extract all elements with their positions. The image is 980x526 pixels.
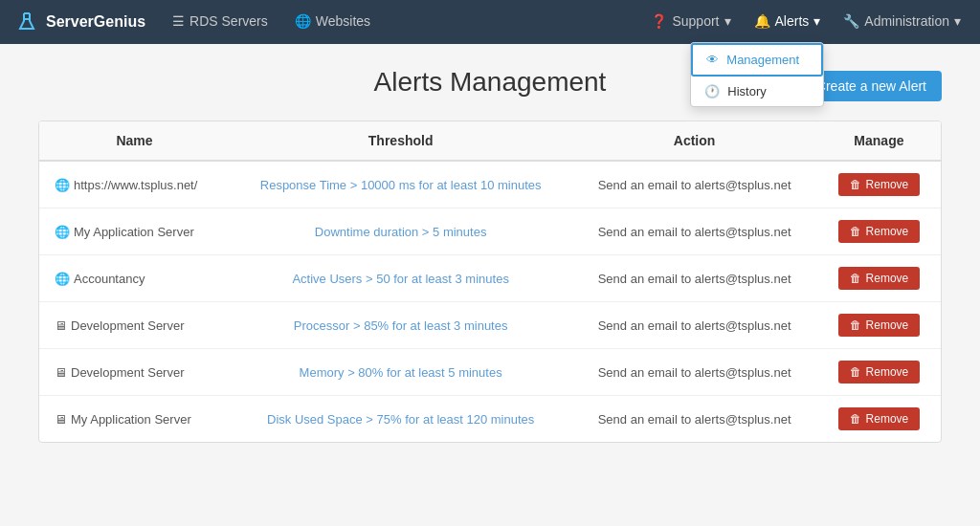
management-dropdown-item[interactable]: 👁 Management xyxy=(691,43,823,77)
administration-nav[interactable]: 🔧 Administration ▾ xyxy=(839,0,965,44)
remove-button[interactable]: 🗑Remove xyxy=(838,407,921,430)
bell-icon: 🔔 xyxy=(754,13,770,29)
table-header: Name Threshold Action Manage xyxy=(39,121,941,161)
alerts-dropdown-menu: 👁 Management 🕐 History xyxy=(690,42,824,107)
table-body: 🌐https://www.tsplus.net/Response Time > … xyxy=(39,161,941,442)
row-name: Development Server xyxy=(71,365,185,380)
remove-label: Remove xyxy=(866,318,909,332)
row-name: Accountancy xyxy=(74,272,145,286)
cell-name: 🌐https://www.tsplus.net/ xyxy=(39,161,230,208)
cell-name: 🖥Development Server xyxy=(39,349,230,396)
table-row: 🌐AccountancyActive Users > 50 for at lea… xyxy=(39,255,941,302)
question-icon: ❓ xyxy=(651,13,667,29)
cell-action: Send an email to alerts@tsplus.net xyxy=(571,302,817,349)
cell-action: Send an email to alerts@tsplus.net xyxy=(571,255,817,302)
col-action: Action xyxy=(571,121,817,161)
remove-button[interactable]: 🗑Remove xyxy=(838,267,921,290)
cell-action: Send an email to alerts@tsplus.net xyxy=(571,396,817,443)
remove-button[interactable]: 🗑Remove xyxy=(838,220,921,243)
wrench-icon: 🔧 xyxy=(843,13,859,29)
row-icon: 🖥 xyxy=(55,318,67,333)
cell-name: 🖥My Application Server xyxy=(39,396,230,443)
alerts-nav[interactable]: 🔔 Alerts ▾ 👁 Management 🕐 History xyxy=(750,0,825,44)
cell-threshold: Disk Used Space > 75% for at least 120 m… xyxy=(230,396,571,443)
table-row: 🌐https://www.tsplus.net/Response Time > … xyxy=(39,161,941,208)
row-icon: 🖥 xyxy=(55,412,67,427)
remove-button[interactable]: 🗑Remove xyxy=(838,173,921,196)
remove-button[interactable]: 🗑Remove xyxy=(838,314,921,337)
trash-icon: 🗑 xyxy=(850,225,861,238)
history-dropdown-item[interactable]: 🕐 History xyxy=(691,77,823,106)
clock-icon: 🕐 xyxy=(704,84,720,99)
trash-icon: 🗑 xyxy=(850,272,861,285)
remove-label: Remove xyxy=(866,365,909,379)
flask-icon xyxy=(15,11,38,33)
support-caret: ▾ xyxy=(724,13,731,29)
history-label: History xyxy=(727,84,766,99)
row-icon: 🖥 xyxy=(55,365,67,380)
cell-threshold: Memory > 80% for at least 5 minutes xyxy=(230,349,571,396)
brand-logo[interactable]: ServerGenius xyxy=(15,11,145,33)
cell-manage: 🗑Remove xyxy=(817,161,941,208)
nav-items: ☰ RDS Servers 🌐 Websites xyxy=(168,0,647,44)
support-label: Support xyxy=(672,13,719,29)
cell-threshold: Response Time > 10000 ms for at least 10… xyxy=(230,161,571,208)
cell-manage: 🗑Remove xyxy=(817,208,941,255)
trash-icon: 🗑 xyxy=(850,365,861,379)
globe-icon: 🌐 xyxy=(295,13,311,29)
websites-nav[interactable]: 🌐 Websites xyxy=(291,0,374,44)
table-row: 🖥My Application ServerDisk Used Space > … xyxy=(39,396,941,443)
page-title: Alerts Management xyxy=(340,67,641,98)
support-nav[interactable]: ❓ Support ▾ xyxy=(647,0,734,44)
main-content: Alerts Management + Create a new Alert N… xyxy=(0,44,980,526)
alerts-table-container: Name Threshold Action Manage 🌐https://ww… xyxy=(38,121,942,443)
cell-action: Send an email to alerts@tsplus.net xyxy=(571,161,817,208)
cell-name: 🌐Accountancy xyxy=(39,255,230,302)
cell-manage: 🗑Remove xyxy=(817,396,941,443)
row-name: https://www.tsplus.net/ xyxy=(74,178,197,192)
server-icon: ☰ xyxy=(172,13,185,29)
management-label: Management xyxy=(726,53,799,67)
row-icon: 🌐 xyxy=(55,178,70,192)
page-title-area: Alerts Management xyxy=(340,67,641,101)
row-name: Development Server xyxy=(71,318,185,333)
trash-icon: 🗑 xyxy=(850,318,861,332)
rds-servers-nav[interactable]: ☰ RDS Servers xyxy=(168,0,272,44)
rds-servers-label: RDS Servers xyxy=(189,13,268,29)
cell-threshold: Active Users > 50 for at least 3 minutes xyxy=(230,255,571,302)
eye-icon: 👁 xyxy=(706,53,719,67)
remove-label: Remove xyxy=(866,178,909,191)
row-name: My Application Server xyxy=(71,412,191,427)
cell-name: 🖥Development Server xyxy=(39,302,230,349)
trash-icon: 🗑 xyxy=(850,178,861,191)
row-name: My Application Server xyxy=(74,225,194,239)
navbar: ServerGenius ☰ RDS Servers 🌐 Websites ❓ … xyxy=(0,0,980,44)
alerts-caret: ▾ xyxy=(813,13,820,29)
table-row: 🖥Development ServerMemory > 80% for at l… xyxy=(39,349,941,396)
cell-manage: 🗑Remove xyxy=(817,302,941,349)
col-manage: Manage xyxy=(817,121,941,161)
alerts-label: Alerts xyxy=(775,13,810,29)
cell-action: Send an email to alerts@tsplus.net xyxy=(571,349,817,396)
col-name: Name xyxy=(39,121,230,161)
brand-name: ServerGenius xyxy=(46,13,145,31)
remove-label: Remove xyxy=(866,225,909,238)
nav-right: ❓ Support ▾ 🔔 Alerts ▾ 👁 Management 🕐 Hi… xyxy=(647,0,965,44)
cell-manage: 🗑Remove xyxy=(817,349,941,396)
remove-label: Remove xyxy=(866,412,909,426)
trash-icon: 🗑 xyxy=(850,412,861,426)
table-row: 🖥Development ServerProcessor > 85% for a… xyxy=(39,302,941,349)
alerts-table: Name Threshold Action Manage 🌐https://ww… xyxy=(39,121,941,442)
cell-manage: 🗑Remove xyxy=(817,255,941,302)
cell-name: 🌐My Application Server xyxy=(39,208,230,255)
col-threshold: Threshold xyxy=(230,121,571,161)
remove-button[interactable]: 🗑Remove xyxy=(838,361,921,384)
row-icon: 🌐 xyxy=(55,272,70,286)
table-row: 🌐My Application ServerDowntime duration … xyxy=(39,208,941,255)
remove-label: Remove xyxy=(866,272,909,285)
websites-label: Websites xyxy=(316,13,370,29)
row-icon: 🌐 xyxy=(55,225,70,239)
cell-action: Send an email to alerts@tsplus.net xyxy=(571,208,817,255)
cell-threshold: Downtime duration > 5 minutes xyxy=(230,208,571,255)
administration-label: Administration xyxy=(864,13,949,29)
